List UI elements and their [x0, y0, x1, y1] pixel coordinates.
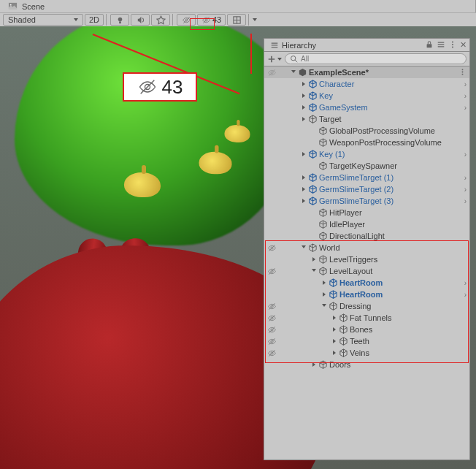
visibility-toggle[interactable] [264, 68, 279, 77]
item-label: GlobalPostProcessingVolume [329, 126, 435, 135]
foldout-toggle[interactable] [320, 304, 328, 309]
prefab-icon [328, 278, 338, 288]
foldout-toggle[interactable] [299, 94, 307, 98]
bars-icon[interactable] [437, 40, 445, 49]
tree-row[interactable]: LevelLayout [264, 265, 469, 277]
item-label: HeartRoom [339, 278, 383, 287]
foldout-toggle[interactable] [310, 362, 318, 367]
fx-toggle[interactable] [151, 14, 170, 26]
tree-row[interactable]: DirectionalLight [264, 230, 469, 242]
visibility-toggle[interactable] [264, 348, 279, 358]
chevron-right-icon[interactable]: › [464, 279, 467, 287]
gameobject-icon [307, 243, 318, 253]
scene-visibility-toggle[interactable] [177, 14, 196, 26]
gameobject-icon [318, 137, 328, 148]
tree-row[interactable]: GermSlimeTarget (3)› [264, 195, 469, 207]
visibility-toggle[interactable] [264, 337, 279, 346]
item-label: LevelTriggers [329, 255, 377, 264]
chevron-right-icon[interactable]: › [464, 150, 467, 159]
tree-row[interactable]: World [264, 242, 469, 253]
tree-row[interactable]: HeartRoom› [264, 289, 469, 300]
tree-row[interactable]: Dressing [264, 300, 469, 312]
scene-tab[interactable]: Scene [0, 0, 476, 12]
tree-row[interactable]: Target [264, 113, 469, 125]
gameobject-icon [318, 161, 328, 171]
visibility-toggle[interactable] [264, 313, 279, 323]
item-label: Target [319, 115, 342, 123]
foldout-toggle[interactable] [299, 199, 307, 203]
item-label: TargetKeySpawner [329, 161, 397, 170]
foldout-toggle[interactable] [299, 152, 307, 156]
tree-row[interactable]: TargetKeySpawner [264, 160, 469, 172]
tree-row[interactable]: HitPlayer [264, 207, 469, 218]
tree-row[interactable]: Key (1)› [264, 148, 469, 160]
foldout-toggle[interactable] [330, 351, 338, 355]
chevron-right-icon[interactable]: › [464, 104, 467, 112]
prefab-icon [307, 79, 318, 89]
visibility-toggle[interactable] [264, 267, 279, 276]
foldout-toggle[interactable] [320, 292, 328, 297]
tree-row[interactable]: Fat Tunnels [264, 312, 469, 324]
tree-row[interactable]: GermSlimeTarget (1)› [264, 172, 469, 183]
tree-row[interactable]: Key› [264, 90, 469, 102]
item-label: Bones [350, 325, 372, 334]
item-label: World [319, 243, 340, 252]
foldout-toggle[interactable] [320, 281, 328, 285]
grid-toggle[interactable] [227, 14, 246, 26]
item-label: HeartRoom [339, 290, 383, 299]
foldout-toggle[interactable] [310, 269, 318, 274]
chevron-right-icon[interactable]: › [464, 291, 467, 299]
chevron-right-icon[interactable]: › [464, 92, 467, 100]
chevron-right-icon[interactable]: › [464, 186, 467, 194]
tree-row[interactable]: Veins [264, 347, 469, 359]
create-button[interactable] [267, 55, 282, 64]
foldout-toggle[interactable] [299, 245, 307, 251]
lock-icon[interactable] [425, 40, 434, 49]
foldout-toggle[interactable] [299, 187, 307, 191]
eye-off-icon [201, 15, 211, 25]
hierarchy-tree[interactable]: ExampleScene*Character›Key›GameSystem›Ta… [264, 66, 469, 460]
tree-row[interactable]: GameSystem› [264, 102, 469, 113]
foldout-toggle[interactable] [299, 105, 307, 110]
tree-row[interactable]: IdlePlayer [264, 218, 469, 230]
draw-mode-dropdown[interactable]: Shaded [3, 14, 83, 26]
item-label: Character [319, 80, 354, 88]
foldout-toggle[interactable] [330, 339, 338, 343]
foldout-toggle[interactable] [299, 82, 307, 86]
foldout-toggle[interactable] [289, 70, 297, 75]
dots-icon[interactable] [458, 68, 467, 77]
hierarchy-tab[interactable]: Hierarchy [264, 39, 322, 51]
foldout-toggle[interactable] [330, 327, 338, 332]
visibility-toggle[interactable] [264, 302, 279, 311]
chevron-right-icon[interactable]: › [464, 174, 467, 182]
tree-row[interactable]: Bones [264, 324, 469, 335]
tree-row[interactable]: Character› [264, 78, 469, 90]
hidden-objects-counter[interactable]: 43 [197, 14, 226, 26]
foldout-toggle[interactable] [299, 175, 307, 180]
foldout-toggle[interactable] [299, 117, 307, 121]
scene-root-row[interactable]: ExampleScene* [264, 66, 469, 78]
tree-row[interactable]: GlobalPostProcessingVolume [264, 125, 469, 137]
gameobject-icon [318, 266, 328, 276]
item-label: GameSystem [319, 103, 368, 112]
2d-toggle[interactable]: 2D [85, 14, 104, 26]
visibility-toggle[interactable] [264, 325, 279, 335]
tree-row[interactable]: GermSlimeTarget (2)› [264, 183, 469, 195]
tree-row[interactable]: Teeth [264, 335, 469, 347]
audio-toggle[interactable] [131, 14, 150, 26]
chevron-down-icon[interactable] [253, 18, 257, 21]
foldout-toggle[interactable] [330, 316, 338, 320]
foldout-toggle[interactable] [310, 257, 318, 262]
lighting-toggle[interactable] [110, 14, 129, 26]
tree-row[interactable]: WeaponPostProcessingVolume [264, 137, 469, 148]
visibility-toggle[interactable] [264, 243, 279, 253]
tree-row[interactable]: LevelTriggers [264, 253, 469, 265]
item-label: HitPlayer [329, 208, 362, 217]
dots-icon[interactable] [448, 40, 457, 49]
close-icon[interactable]: ✕ [460, 40, 467, 50]
chevron-right-icon[interactable]: › [464, 80, 467, 88]
tree-row[interactable]: HeartRoom› [264, 277, 469, 289]
search-input[interactable] [285, 53, 467, 64]
tree-row[interactable]: Doors [264, 359, 469, 370]
chevron-right-icon[interactable]: › [464, 197, 467, 205]
